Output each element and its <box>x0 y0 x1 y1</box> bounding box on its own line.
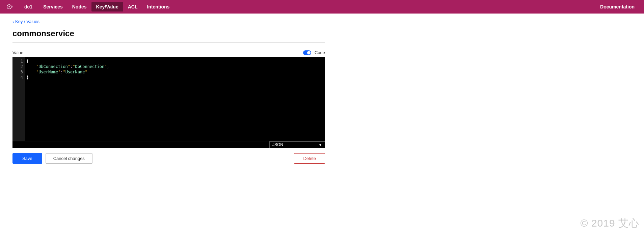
consul-logo-icon[interactable] <box>5 2 14 11</box>
top-navigation-bar: dc1 ServicesNodesKey/ValueACLIntentions … <box>0 0 644 14</box>
chevron-left-icon: ‹ <box>12 19 14 24</box>
svg-point-3 <box>12 6 12 7</box>
datacenter-selector[interactable]: dc1 <box>20 2 37 11</box>
documentation-link[interactable]: Documentation <box>600 4 639 9</box>
value-field-label: Value <box>12 50 23 55</box>
breadcrumb-label: Key / Values <box>15 19 39 24</box>
editor-footer: JSON ▼ <box>12 141 325 148</box>
nav-item-nodes[interactable]: Nodes <box>68 2 91 11</box>
svg-point-1 <box>8 6 10 7</box>
code-content[interactable]: { "DbConnection":"DbConnection", "UserNa… <box>25 57 325 141</box>
save-button[interactable]: Save <box>12 153 42 164</box>
nav-item-acl[interactable]: ACL <box>123 2 142 11</box>
page-title: commonservice <box>12 29 325 43</box>
cancel-changes-button[interactable]: Cancel changes <box>46 153 92 164</box>
dropdown-arrow-icon: ▼ <box>319 143 322 147</box>
line-number-gutter: 1234 <box>12 57 25 141</box>
delete-button[interactable]: Delete <box>294 153 325 164</box>
nav-item-services[interactable]: Services <box>38 2 68 11</box>
svg-point-4 <box>12 7 12 8</box>
language-mode-label: JSON <box>272 142 283 147</box>
svg-point-2 <box>12 5 12 6</box>
breadcrumb[interactable]: ‹ Key / Values <box>12 19 325 24</box>
nav-item-intentions[interactable]: Intentions <box>142 2 174 11</box>
code-mode-toggle[interactable] <box>303 50 311 55</box>
nav-item-keyvalue[interactable]: Key/Value <box>91 2 123 11</box>
code-toggle-label: Code <box>315 50 325 55</box>
editor-footer-status <box>12 141 269 148</box>
code-editor[interactable]: 1234 { "DbConnection":"DbConnection", "U… <box>12 57 325 141</box>
language-mode-selector[interactable]: JSON ▼ <box>269 141 325 148</box>
